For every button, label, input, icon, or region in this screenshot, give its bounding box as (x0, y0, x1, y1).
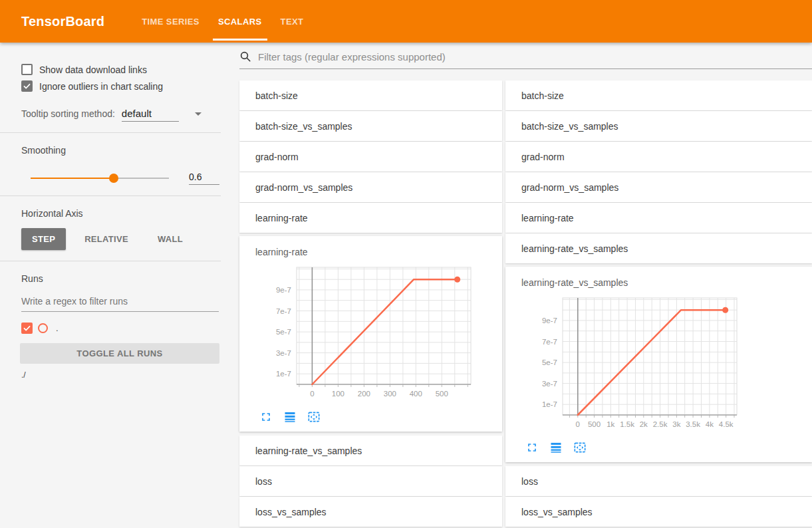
svg-text:2.5k: 2.5k (653, 420, 668, 428)
fit-domain-icon[interactable] (573, 441, 587, 454)
smoothing-value[interactable]: 0.6 (189, 172, 219, 185)
show-data-download-links-checkbox[interactable]: Show data download links (21, 64, 221, 75)
svg-text:3.5k: 3.5k (686, 420, 700, 428)
log-y-scale-icon[interactable] (283, 410, 297, 424)
runs-label: Runs (21, 273, 221, 284)
tag-section-label: loss (521, 476, 538, 487)
tag-section-row[interactable]: loss (239, 466, 502, 496)
run-name: . (56, 323, 59, 333)
tooltip-sorting-label: Tooltip sorting method: (21, 108, 115, 119)
svg-text:5e-7: 5e-7 (542, 358, 557, 366)
svg-text:7e-7: 7e-7 (276, 307, 291, 315)
ignore-outliers-checkbox[interactable]: Ignore outliers in chart scaling (21, 80, 221, 92)
tag-section-label: batch-size_vs_samples (255, 121, 352, 132)
tag-section-row[interactable]: grad-norm_vs_samples (505, 172, 812, 202)
tooltip-sorting-select[interactable]: default (122, 108, 179, 122)
chart-card-toolbar (525, 441, 801, 454)
smoothing-label: Smoothing (21, 145, 221, 156)
tag-filter-input[interactable] (258, 51, 812, 63)
tab-scalars[interactable]: SCALARS (209, 0, 271, 43)
run-checkbox-icon[interactable] (21, 323, 33, 334)
svg-text:9e-7: 9e-7 (276, 286, 291, 294)
tag-section-row[interactable]: grad-norm (505, 142, 812, 172)
axis-step-button[interactable]: STEP (21, 228, 66, 250)
svg-text:9e-7: 9e-7 (542, 317, 557, 325)
fullscreen-icon[interactable] (525, 441, 539, 454)
horizontal-axis-label: Horizontal Axis (21, 208, 221, 219)
tag-section-row[interactable]: loss_vs_samples (239, 497, 502, 527)
svg-text:1e-7: 1e-7 (276, 370, 291, 378)
svg-text:3k: 3k (672, 420, 680, 428)
smoothing-slider-fill (31, 178, 114, 179)
svg-text:400: 400 (410, 390, 422, 398)
runs-base-path: ./ (21, 370, 221, 380)
svg-text:7e-7: 7e-7 (542, 338, 557, 346)
svg-text:300: 300 (384, 390, 396, 398)
checkbox-unchecked-icon[interactable] (21, 64, 33, 75)
tag-section-label: grad-norm (255, 152, 299, 162)
tag-section-label: loss (255, 476, 272, 487)
line-chart[interactable]: 1e-73e-75e-77e-79e-705001k1.5k2k2.5k3k3.… (524, 295, 749, 433)
tag-section-row[interactable]: batch-size_vs_samples (505, 111, 812, 141)
smoothing-slider[interactable] (31, 178, 169, 179)
main-panel: batch-size batch-size_vs_samples grad-no… (221, 43, 812, 528)
smoothing-slider-thumb[interactable] (109, 174, 118, 183)
chart-holder: 1e-73e-75e-77e-79e-70100200300400500 (258, 264, 491, 405)
tag-filter-row (239, 51, 812, 69)
horizontal-axis-button-group: STEP RELATIVE WALL (21, 228, 221, 250)
scalar-chart-card: learning-rate_vs_samples 1e-73e-75e-77e-… (505, 267, 812, 462)
runs-section: Runs . TOGGLE ALL RUNS ./ (0, 261, 221, 390)
tag-section-row[interactable]: batch-size (505, 80, 812, 110)
checkbox-label: Ignore outliers in chart scaling (39, 81, 163, 92)
tag-section-row[interactable]: learning-rate_vs_samples (505, 233, 812, 263)
tag-section-row[interactable]: grad-norm_vs_samples (239, 172, 502, 202)
svg-text:0: 0 (576, 420, 580, 428)
tag-section-label: batch-size (255, 90, 298, 101)
svg-text:500: 500 (436, 390, 448, 398)
svg-text:0: 0 (310, 390, 314, 398)
run-row[interactable]: . (21, 323, 221, 334)
toggle-all-runs-button[interactable]: TOGGLE ALL RUNS (20, 343, 219, 364)
tag-column: batch-size batch-size_vs_samples grad-no… (239, 80, 502, 527)
log-y-scale-icon[interactable] (549, 441, 563, 454)
svg-text:100: 100 (332, 390, 344, 398)
dropdown-caret-icon[interactable] (195, 112, 202, 116)
tab-text[interactable]: TEXT (271, 0, 313, 43)
chart-title: learning-rate (255, 247, 491, 257)
runs-filter-input[interactable] (21, 292, 219, 312)
tag-section-row[interactable]: batch-size (239, 80, 502, 110)
fit-domain-icon[interactable] (307, 410, 321, 424)
tag-section-label: learning-rate (255, 213, 308, 223)
tag-section-label: grad-norm_vs_samples (521, 182, 618, 193)
svg-text:5e-7: 5e-7 (276, 328, 291, 336)
tag-section-label: grad-norm_vs_samples (255, 182, 352, 193)
tab-time-series[interactable]: TIME SERIES (132, 0, 209, 43)
tag-section-row[interactable]: learning-rate_vs_samples (239, 436, 502, 465)
tag-section-row[interactable]: loss_vs_samples (505, 497, 812, 527)
svg-text:200: 200 (358, 390, 370, 398)
tag-section-row[interactable]: loss (505, 466, 812, 496)
chart-holder: 1e-73e-75e-77e-79e-705001k1.5k2k2.5k3k3.… (524, 295, 801, 436)
tag-section-row[interactable]: learning-rate (505, 203, 812, 233)
tag-section-row[interactable]: grad-norm (239, 142, 502, 172)
tag-section-row[interactable]: learning-rate (239, 203, 502, 233)
general-settings-section: Show data download links Ignore outliers… (0, 52, 221, 133)
line-chart[interactable]: 1e-73e-75e-77e-79e-70100200300400500 (258, 264, 483, 402)
sidebar: Show data download links Ignore outliers… (0, 43, 221, 528)
svg-text:500: 500 (588, 420, 601, 428)
tag-section-label: learning-rate_vs_samples (255, 446, 362, 456)
svg-text:1.5k: 1.5k (620, 420, 634, 428)
svg-text:1k: 1k (607, 420, 614, 428)
fullscreen-icon[interactable] (259, 410, 273, 424)
tag-section-label: loss_vs_samples (521, 507, 593, 517)
tag-section-label: batch-size (521, 90, 564, 101)
axis-wall-button[interactable]: WALL (147, 228, 194, 250)
axis-relative-button[interactable]: RELATIVE (74, 228, 139, 250)
tag-section-label: loss_vs_samples (255, 507, 327, 517)
checkbox-checked-icon[interactable] (21, 80, 33, 92)
tab-bar: TIME SERIES SCALARS TEXT (132, 0, 313, 43)
tag-section-row[interactable]: batch-size_vs_samples (239, 111, 502, 141)
tag-section-label: batch-size_vs_samples (521, 121, 618, 132)
app-title: TensorBoard (21, 14, 104, 29)
run-color-circle-icon[interactable] (38, 323, 48, 333)
